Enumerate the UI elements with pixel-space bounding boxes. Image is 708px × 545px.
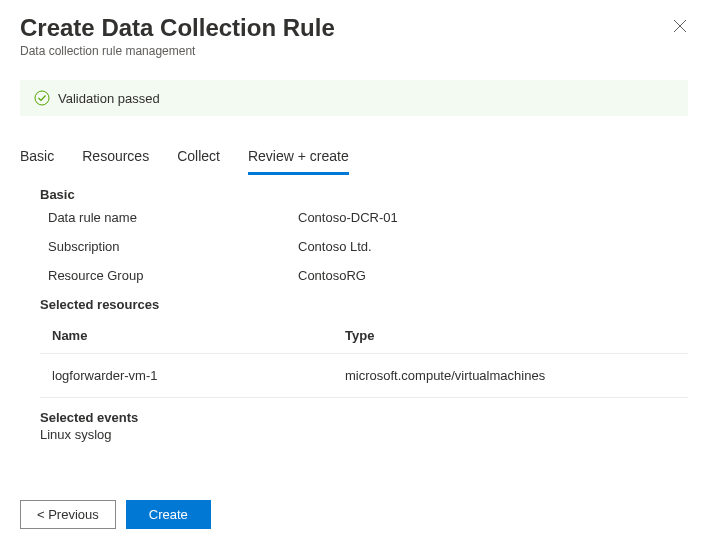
row-data-rule-name: Data rule name Contoso-DCR-01 bbox=[40, 210, 688, 225]
col-header-type: Type bbox=[345, 328, 688, 343]
cell-name: logforwarder-vm-1 bbox=[52, 368, 345, 383]
selected-events-heading: Selected events bbox=[40, 410, 688, 425]
tab-resources[interactable]: Resources bbox=[82, 142, 149, 175]
tab-collect[interactable]: Collect bbox=[177, 142, 220, 175]
tabs: Basic Resources Collect Review + create bbox=[0, 142, 708, 175]
close-button[interactable] bbox=[672, 18, 688, 34]
page-title: Create Data Collection Rule bbox=[20, 14, 688, 42]
check-circle-icon bbox=[34, 90, 50, 106]
svg-point-0 bbox=[35, 91, 49, 105]
table-header: Name Type bbox=[40, 322, 688, 354]
previous-button[interactable]: < Previous bbox=[20, 500, 116, 529]
label-data-rule-name: Data rule name bbox=[48, 210, 298, 225]
create-button[interactable]: Create bbox=[126, 500, 211, 529]
row-subscription: Subscription Contoso Ltd. bbox=[40, 239, 688, 254]
label-resource-group: Resource Group bbox=[48, 268, 298, 283]
col-header-name: Name bbox=[52, 328, 345, 343]
footer: < Previous Create bbox=[20, 500, 211, 529]
page-subtitle: Data collection rule management bbox=[20, 44, 688, 58]
validation-message: Validation passed bbox=[58, 91, 160, 106]
cell-type: microsoft.compute/virtualmachines bbox=[345, 368, 688, 383]
close-icon bbox=[673, 19, 687, 33]
value-data-rule-name: Contoso-DCR-01 bbox=[298, 210, 398, 225]
selected-events-value: Linux syslog bbox=[40, 427, 688, 442]
section-selected-resources-heading: Selected resources bbox=[40, 297, 688, 312]
table-row: logforwarder-vm-1 microsoft.compute/virt… bbox=[40, 354, 688, 398]
label-subscription: Subscription bbox=[48, 239, 298, 254]
validation-banner: Validation passed bbox=[20, 80, 688, 116]
tab-review-create[interactable]: Review + create bbox=[248, 142, 349, 175]
row-resource-group: Resource Group ContosoRG bbox=[40, 268, 688, 283]
value-resource-group: ContosoRG bbox=[298, 268, 366, 283]
section-basic-heading: Basic bbox=[40, 187, 688, 202]
tab-basic[interactable]: Basic bbox=[20, 142, 54, 175]
section-selected-events: Selected events Linux syslog bbox=[40, 410, 688, 442]
value-subscription: Contoso Ltd. bbox=[298, 239, 372, 254]
